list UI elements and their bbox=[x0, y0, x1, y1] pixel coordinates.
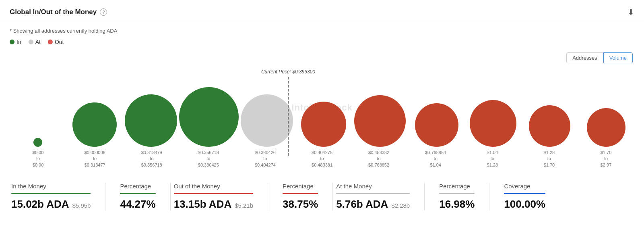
at-the-money-label: At the Money bbox=[336, 183, 410, 190]
current-price-dashed-line bbox=[288, 77, 289, 156]
bubble-col-8 bbox=[408, 103, 464, 147]
download-icon[interactable]: ⬇ bbox=[627, 7, 634, 17]
in-the-money-label: In the Money bbox=[11, 183, 91, 190]
at-pct-group: Percentage 16.98% bbox=[428, 183, 486, 211]
legend-label-at: At bbox=[35, 39, 41, 45]
bubble-7 bbox=[354, 95, 406, 147]
axis-label-7: $0.768854 to $1.04 bbox=[407, 150, 464, 168]
bubble-4 bbox=[179, 87, 239, 147]
axis-label-5: $0.404275 to $0.483381 bbox=[293, 150, 350, 168]
bubble-col-1 bbox=[10, 138, 66, 147]
bubble-2 bbox=[72, 102, 117, 147]
at-the-money-underline bbox=[336, 193, 410, 194]
axis-label-0: $0.00 to $0.00 bbox=[10, 150, 66, 168]
legend-label-in: In bbox=[17, 39, 21, 45]
controls-row: Addresses Volume bbox=[0, 51, 644, 65]
in-pct-underline bbox=[120, 193, 155, 194]
in-pct-label: Percentage bbox=[120, 183, 155, 190]
bubble-col-11 bbox=[578, 108, 634, 147]
help-icon[interactable]: ? bbox=[100, 8, 107, 16]
bubble-col-9 bbox=[465, 100, 521, 147]
at-the-money-value: 5.76b ADA $2.28b bbox=[336, 198, 410, 211]
in-the-money-sub: $5.95b bbox=[72, 202, 91, 209]
in-pct-value: 44.27% bbox=[120, 198, 155, 211]
out-pct-value: 38.75% bbox=[283, 198, 318, 211]
axis-label-3: $0.356718 to $0.380425 bbox=[180, 150, 237, 168]
bubble-col-3 bbox=[123, 94, 179, 147]
bubble-1 bbox=[33, 138, 42, 147]
bubble-6 bbox=[301, 102, 346, 147]
axis-label-10: $1.70 to $2.97 bbox=[578, 150, 634, 168]
at-pct-label: Percentage bbox=[439, 183, 475, 190]
coverage-group: Coverage 100.00% bbox=[493, 183, 557, 211]
legend-dot-in bbox=[10, 40, 14, 44]
in-pct-group: Percentage 44.27% bbox=[109, 183, 167, 211]
divider-6 bbox=[489, 183, 489, 211]
chart-area: Current Price: $0.396300 IntoTheBlock bbox=[0, 68, 644, 168]
in-the-money-underline bbox=[11, 193, 91, 194]
axis-label-8: $1.04 to $1.28 bbox=[464, 150, 521, 168]
bubble-3 bbox=[125, 94, 177, 147]
bubble-col-10 bbox=[521, 105, 578, 147]
out-pct-underline bbox=[283, 193, 318, 194]
at-the-money-group: At the Money 5.76b ADA $2.28b bbox=[336, 183, 421, 211]
out-pct-group: Percentage 38.75% bbox=[271, 183, 329, 211]
divider-1 bbox=[105, 183, 105, 211]
divider-5 bbox=[424, 183, 425, 211]
header-left: Global In/Out of the Money ? bbox=[10, 8, 107, 16]
legend-item-in: In bbox=[10, 39, 21, 45]
bubble-10 bbox=[529, 105, 570, 147]
bubble-5 bbox=[241, 94, 293, 147]
out-the-money-label: Out of the Money bbox=[174, 183, 253, 190]
at-pct-underline bbox=[439, 193, 475, 194]
axis-label-4: $0.380426 to $0.404274 bbox=[237, 150, 293, 168]
divider-4 bbox=[332, 183, 333, 211]
divider-3 bbox=[268, 183, 268, 211]
at-the-money-sub: $2.28b bbox=[391, 202, 410, 209]
bubble-9 bbox=[470, 100, 516, 147]
bubble-11 bbox=[587, 108, 625, 147]
legend-dot-out bbox=[48, 40, 53, 44]
bubble-col-7 bbox=[352, 95, 408, 147]
bubble-8 bbox=[415, 103, 458, 147]
axis-label-6: $0.483382 to $0.768852 bbox=[351, 150, 407, 168]
coverage-underline bbox=[504, 193, 545, 194]
subtitle: * Showing all addresses currently holdin… bbox=[0, 22, 644, 37]
out-the-money-group: Out of the Money 13.15b ADA $5.21b bbox=[174, 183, 264, 211]
bubble-col-4 bbox=[179, 87, 239, 147]
bubble-col-2 bbox=[66, 102, 122, 147]
coverage-value: 100.00% bbox=[504, 198, 545, 211]
axis-label-9: $1.28 to $1.70 bbox=[521, 150, 578, 168]
coverage-label: Coverage bbox=[504, 183, 545, 190]
legend-item-out: Out bbox=[48, 39, 64, 45]
in-the-money-value: 15.02b ADA $5.95b bbox=[11, 198, 91, 211]
bubble-col-6 bbox=[295, 102, 352, 147]
out-the-money-sub: $5.21b bbox=[235, 202, 253, 209]
divider-2 bbox=[170, 183, 171, 211]
axis-labels: $0.00 to $0.00 $0.000006 to $0.313477 $0… bbox=[10, 147, 634, 168]
header: Global In/Out of the Money ? ⬇ bbox=[0, 0, 644, 22]
at-pct-value: 16.98% bbox=[439, 198, 475, 211]
in-the-money-group: In the Money 15.02b ADA $5.95b bbox=[11, 183, 102, 211]
legend-item-at: At bbox=[29, 39, 41, 45]
out-the-money-underline bbox=[174, 193, 253, 194]
stats-section: In the Money 15.02b ADA $5.95b Percentag… bbox=[0, 171, 644, 219]
out-pct-label: Percentage bbox=[283, 183, 318, 190]
bubble-col-5 bbox=[239, 94, 295, 147]
legend: In At Out bbox=[0, 37, 644, 51]
out-the-money-value: 13.15b ADA $5.21b bbox=[174, 198, 253, 211]
page-title: Global In/Out of the Money bbox=[10, 8, 97, 16]
addresses-button[interactable]: Addresses bbox=[566, 52, 603, 63]
volume-button[interactable]: Volume bbox=[603, 52, 633, 63]
axis-label-2: $0.313479 to $0.356718 bbox=[123, 150, 180, 168]
legend-dot-at bbox=[29, 40, 33, 44]
bubbles-container: IntoTheBlock bbox=[10, 68, 634, 147]
legend-label-out: Out bbox=[55, 39, 64, 45]
axis-label-1: $0.000006 to $0.313477 bbox=[66, 150, 123, 168]
